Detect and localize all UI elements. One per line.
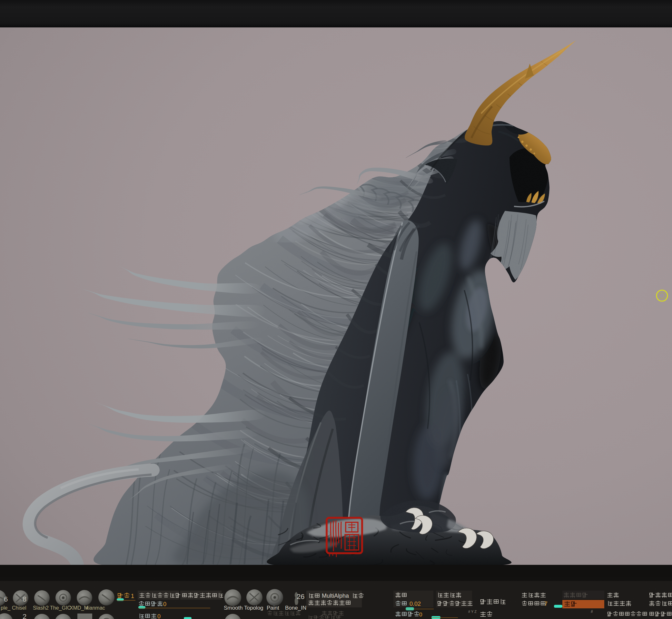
svg-text:Chisel: Chisel bbox=[12, 605, 26, 611]
svg-text:2: 2 bbox=[22, 613, 26, 619]
svg-text:MultiAlpha: MultiAlpha bbox=[322, 593, 349, 599]
svg-text:Topolog: Topolog bbox=[244, 605, 263, 611]
svg-text:0: 0 bbox=[419, 612, 422, 618]
svg-text:#: # bbox=[591, 609, 593, 614]
svg-text:6: 6 bbox=[4, 595, 8, 603]
svg-text:Paint: Paint bbox=[267, 605, 279, 611]
svg-text:7: 7 bbox=[544, 601, 547, 607]
svg-text:8: 8 bbox=[22, 595, 26, 603]
svg-text:0: 0 bbox=[163, 601, 166, 607]
svg-text:0.02: 0.02 bbox=[409, 601, 421, 607]
svg-text:26: 26 bbox=[297, 593, 305, 601]
svg-text:Bone_IN: Bone_IN bbox=[285, 605, 306, 611]
svg-text:1: 1 bbox=[131, 593, 134, 599]
svg-text:The_GIC: The_GIC bbox=[50, 605, 71, 611]
svg-text:Slash2: Slash2 bbox=[33, 605, 49, 611]
svg-text:xianmac: xianmac bbox=[86, 605, 105, 611]
svg-text:Smooth: Smooth bbox=[224, 605, 243, 611]
svg-text:0: 0 bbox=[157, 613, 160, 619]
svg-text:ple_: ple_ bbox=[1, 605, 11, 611]
svg-text:# Y Z: # Y Z bbox=[468, 610, 477, 614]
